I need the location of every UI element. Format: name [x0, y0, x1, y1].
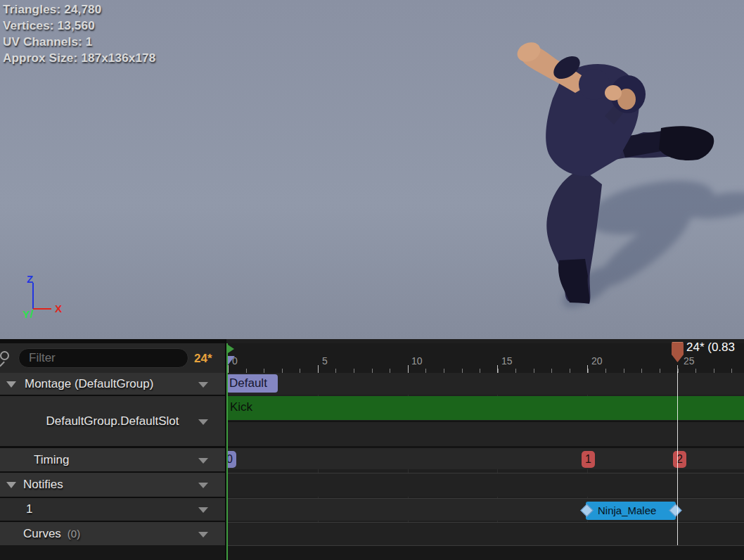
filter-input[interactable]	[19, 349, 188, 367]
ruler-major-tick	[318, 365, 319, 373]
stats-uv-channels: UV Channels: 1	[3, 34, 155, 50]
axis-gizmo: Z X Y	[0, 267, 77, 327]
chevron-down-icon[interactable]	[198, 382, 208, 388]
chevron-down-icon[interactable]	[198, 507, 208, 513]
track-row-timing[interactable]: Timing	[0, 448, 225, 471]
track-row-slot[interactable]: DefaultGroup.DefaultSlot	[0, 396, 225, 446]
chevron-down-icon[interactable]	[198, 458, 208, 464]
expander-down-icon[interactable]	[6, 482, 16, 488]
timing-row-label: Timing	[34, 453, 69, 467]
3d-viewport[interactable]: Triangles: 24,780 Vertices: 13,560 UV Ch…	[0, 0, 744, 339]
timeline-footer	[226, 545, 744, 560]
timeline-area: 0 5 10 15 20 25 Default Kick 0 1	[226, 339, 744, 560]
axis-x-label: X	[55, 303, 62, 314]
playhead-frame-label: 24* (0.83	[686, 341, 735, 355]
track-row-curves[interactable]: Curves (0)	[0, 522, 225, 545]
curves-row-label: Curves	[23, 527, 61, 541]
slot-row-label: DefaultGroup.DefaultSlot	[46, 414, 179, 428]
axis-y-label: Y	[23, 308, 30, 320]
section-default-chip[interactable]: Default	[226, 374, 278, 393]
chevron-down-icon[interactable]	[198, 419, 208, 425]
notifies-row-label: Notifies	[23, 478, 63, 492]
ruler-tick-label: 25	[684, 355, 695, 367]
chevron-down-icon[interactable]	[198, 532, 208, 537]
current-frame-badge: 24*	[194, 352, 212, 366]
ruler-tick-label: 5	[322, 355, 328, 367]
montage-row-label: Montage (DefaultGroup)	[25, 377, 153, 391]
section-track[interactable]: Default	[226, 373, 744, 395]
notifies-header-track[interactable]	[226, 473, 744, 497]
stats-triangles: Triangles: 24,780	[3, 1, 155, 18]
curves-count: (0)	[68, 528, 80, 540]
outliner-footer	[0, 545, 225, 560]
notify-event[interactable]: Ninja_Malee	[582, 502, 681, 520]
montage-start-line	[226, 343, 228, 560]
timing-marker-2[interactable]: 2	[673, 451, 686, 468]
kick-segment[interactable]: Kick	[226, 396, 744, 420]
ruler-major-tick	[228, 365, 229, 373]
mesh-stats: Triangles: 24,780 Vertices: 13,560 UV Ch…	[3, 1, 155, 66]
track-row-montage[interactable]: Montage (DefaultGroup)	[0, 373, 225, 395]
axis-z-line	[32, 283, 34, 309]
ruler-tick-label: 20	[591, 355, 603, 367]
ruler-tick-label: 15	[501, 355, 513, 367]
slot-track-empty[interactable]	[226, 421, 744, 446]
chevron-down-icon[interactable]	[198, 483, 208, 488]
notify-event-bar[interactable]: Ninja_Malee	[586, 502, 676, 520]
playhead-line	[677, 371, 678, 545]
ruler-tick-label: 10	[411, 355, 423, 367]
timeline-ruler[interactable]: 0 5 10 15 20 25	[226, 343, 744, 373]
timing-marker-1[interactable]: 1	[582, 451, 595, 468]
persona-montage-editor: Triangles: 24,780 Vertices: 13,560 UV Ch…	[0, 0, 744, 560]
axis-z-label: Z	[27, 273, 33, 285]
axis-x-line	[33, 308, 51, 310]
stats-approx-size: Approx Size: 187x136x178	[3, 50, 155, 66]
expander-down-icon[interactable]	[6, 381, 16, 388]
ruler-major-tick	[497, 365, 498, 373]
montage-panel: 24* Montage (DefaultGroup) DefaultGroup.…	[0, 339, 744, 560]
ruler-major-tick	[587, 365, 588, 373]
filter-pill	[18, 348, 188, 368]
track-outliner: 24* Montage (DefaultGroup) DefaultGroup.…	[0, 339, 225, 560]
timing-marker-0[interactable]: 0	[226, 451, 236, 468]
axis-y-line	[30, 310, 34, 318]
notify-track-1[interactable]: Ninja_Malee	[226, 498, 744, 521]
filter-row: 24*	[0, 343, 225, 373]
curves-track[interactable]	[226, 522, 744, 545]
ruler-major-tick	[408, 365, 409, 373]
stats-vertices: Vertices: 13,560	[3, 18, 155, 34]
notify-track-label: 1	[26, 502, 32, 516]
track-row-notify-1[interactable]: 1	[0, 498, 225, 521]
slot-track[interactable]: Kick	[226, 396, 744, 421]
track-row-notifies[interactable]: Notifies	[0, 473, 225, 497]
search-icon-handle	[0, 362, 5, 367]
search-icon	[0, 351, 9, 360]
timing-track[interactable]: 0 1 2	[226, 446, 744, 469]
